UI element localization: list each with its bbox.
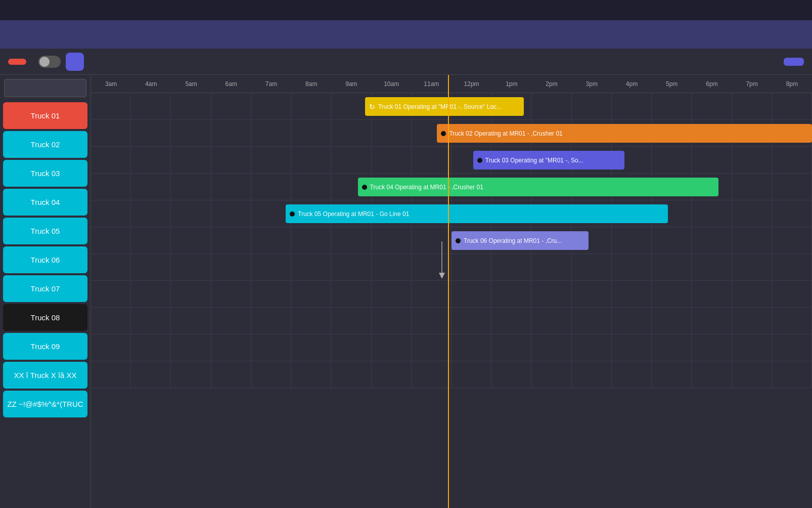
grid-cell — [331, 227, 371, 253]
grid-cell — [211, 93, 251, 119]
sidebar-truck-7[interactable]: Truck 07 — [3, 275, 87, 302]
grid-cell — [291, 147, 331, 173]
task-dot — [290, 211, 295, 217]
grid-cell — [291, 334, 331, 361]
sidebar-truck-8[interactable]: Truck 08 — [3, 304, 87, 331]
grid-cell — [372, 281, 412, 307]
add-button[interactable] — [66, 53, 84, 71]
toolbar — [0, 49, 812, 75]
grid-cell — [372, 254, 412, 280]
grid-row — [91, 334, 812, 361]
sidebar-truck-6[interactable]: Truck 06 — [3, 246, 87, 273]
grid-cell — [211, 308, 251, 334]
grid-cell — [531, 254, 571, 280]
grid-cell — [251, 361, 291, 388]
grid-cell — [652, 281, 692, 307]
grid-cell — [531, 308, 571, 334]
grid-cell — [692, 254, 732, 280]
maximize-button[interactable] — [777, 4, 789, 16]
task-bar-2[interactable]: Truck 03 Operating at "MR01 -, So... — [473, 151, 624, 170]
sidebar-truck-1[interactable]: Truck 01 — [3, 102, 87, 129]
grid-cell — [612, 227, 652, 253]
grid-cell — [331, 120, 371, 146]
grid-cell — [251, 254, 291, 280]
grid-cell — [131, 93, 171, 119]
grid-cell — [251, 334, 291, 361]
task-bar-1[interactable]: Truck 02 Operating at MR01 - ,Crusher 01 — [437, 124, 812, 143]
grid-cell — [211, 120, 251, 146]
grid-cell — [572, 361, 612, 388]
grid-cell — [131, 361, 171, 388]
sidebar-truck-2[interactable]: Truck 02 — [3, 131, 87, 158]
minimize-button[interactable] — [759, 4, 772, 16]
sidebar-truck-5[interactable]: Truck 05 — [3, 218, 87, 244]
grid-cell — [131, 308, 171, 334]
titlebar-controls — [759, 4, 806, 16]
grid-cell — [91, 281, 131, 307]
grid-cell — [652, 334, 692, 361]
task-dot — [456, 238, 461, 243]
task-bar-5[interactable]: Truck 06 Operating at MR01 - ,Cru... — [452, 231, 589, 250]
grid-cell — [772, 200, 812, 227]
grid-cell — [772, 147, 812, 173]
trucks-tab[interactable] — [8, 59, 26, 65]
grid-cell — [91, 93, 131, 119]
task-bar-0[interactable]: ↻Truck 01 Operating at "MR01 -, Source" … — [365, 97, 524, 116]
grid-cell — [612, 93, 652, 119]
grid-cell — [171, 120, 211, 146]
grid-cell — [131, 120, 171, 146]
grid-cell — [91, 147, 131, 173]
grid-cell — [291, 281, 331, 307]
grid-cell — [91, 334, 131, 361]
grid-cell — [251, 227, 291, 253]
grid-cell — [211, 174, 251, 200]
grid-cell — [531, 93, 571, 119]
grid-cell — [572, 334, 612, 361]
grid-cell — [692, 281, 732, 307]
sidebar-truck-11[interactable]: ZZ ~!@#$%^&*(TRUC — [3, 391, 87, 417]
time-header: 3am4am5am6am7am8am9am10am11am12pm1pm2pm3… — [91, 75, 812, 93]
grid-cell — [211, 227, 251, 253]
grid-cell — [211, 254, 251, 280]
time-label-9am: 9am — [331, 80, 371, 88]
grid-cell — [291, 308, 331, 334]
sidebar-truck-4[interactable]: Truck 04 — [3, 189, 87, 216]
search-input[interactable] — [4, 79, 86, 97]
grid-cell — [211, 200, 251, 227]
task-bar-3[interactable]: Truck 04 Operating at MR01 - ,Crusher 01 — [358, 178, 718, 196]
grid-cell — [772, 308, 812, 334]
grid-cell — [91, 200, 131, 227]
sidebar-truck-9[interactable]: Truck 09 — [3, 333, 87, 360]
time-label-1pm: 1pm — [491, 80, 531, 88]
grid-cell — [732, 281, 772, 307]
grid-cell — [572, 93, 612, 119]
grid-row — [91, 147, 812, 174]
grid-cell — [331, 361, 371, 388]
grid-cell — [211, 281, 251, 307]
sidebar-truck-3[interactable]: Truck 03 — [3, 160, 87, 187]
grid-cell — [251, 93, 291, 119]
grid-cell — [372, 147, 412, 173]
task-label: Truck 01 Operating at "MR01 -, Source" L… — [378, 103, 502, 110]
task-label: Truck 06 Operating at MR01 - ,Cru... — [464, 237, 562, 244]
grid-cell — [412, 308, 452, 334]
timeline-area: 3am4am5am6am7am8am9am10am11am12pm1pm2pm3… — [91, 75, 812, 508]
location-button[interactable] — [761, 58, 782, 66]
tasks-only-toggle[interactable] — [38, 56, 61, 68]
grid-cell — [652, 254, 692, 280]
equipment-button[interactable] — [784, 58, 804, 66]
time-label-5am: 5am — [171, 80, 211, 88]
task-dot — [441, 131, 446, 136]
close-button[interactable] — [794, 4, 806, 16]
grid-cell — [251, 120, 291, 146]
task-bar-4[interactable]: Truck 05 Operating at MR01 - Go Line 01 — [286, 204, 668, 223]
grid-cell — [531, 361, 571, 388]
sidebar-truck-10[interactable]: XX î Truck X îâ XX — [3, 362, 87, 389]
grid-cell — [732, 147, 772, 173]
grid-cell — [331, 281, 371, 307]
grid-cell — [91, 308, 131, 334]
time-label-10am: 10am — [372, 80, 412, 88]
grid-cell — [251, 308, 291, 334]
grid-cell — [131, 281, 171, 307]
grid-cell — [531, 334, 571, 361]
